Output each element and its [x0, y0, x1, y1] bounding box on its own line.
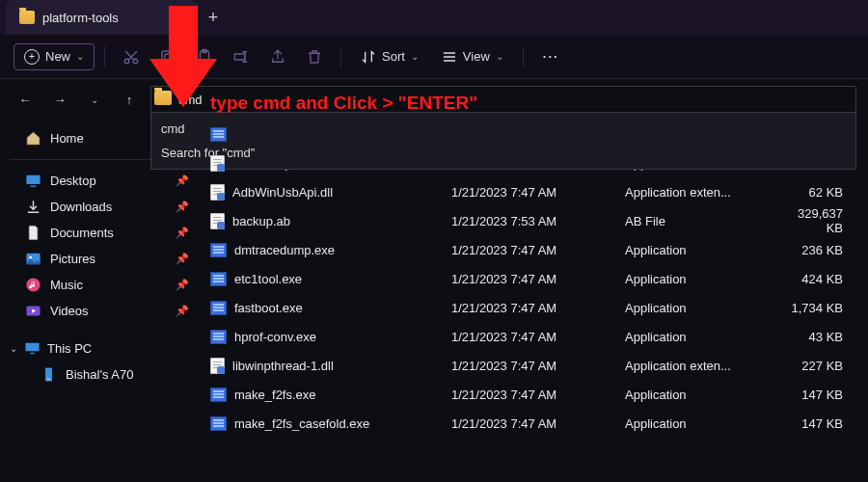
file-icon [210, 184, 225, 201]
sidebar-label: Downloads [50, 200, 112, 214]
file-name: libwinpthread-1.dll [232, 359, 334, 373]
view-label: View [463, 49, 490, 64]
sidebar-item-thispc[interactable]: ⌄ This PC [4, 335, 199, 362]
application-icon [210, 416, 227, 431]
sidebar-item-videos[interactable]: Videos 📌 [4, 298, 199, 324]
sort-label: Sort [382, 49, 405, 64]
rename-button[interactable] [225, 42, 258, 71]
folder-icon [19, 11, 35, 24]
file-icon [210, 155, 225, 172]
svg-rect-8 [31, 185, 37, 186]
sidebar-label: Bishal's A70 [66, 367, 133, 382]
file-size: 329,637 KB [779, 206, 856, 235]
share-button[interactable] [261, 42, 294, 71]
sidebar-label: Music [50, 278, 83, 292]
downloads-icon [25, 199, 41, 215]
file-date: 1/21/2023 7:47 AM [451, 243, 625, 257]
phone-icon [41, 366, 57, 383]
back-button[interactable]: ← [12, 86, 39, 113]
file-name: backup.ab [232, 214, 290, 228]
file-row[interactable]: etc1tool.exe1/21/2023 7:47 AMApplication… [203, 264, 868, 293]
folder-icon [154, 91, 172, 105]
sidebar-item-device[interactable]: Bishal's A70 [4, 362, 199, 388]
svg-rect-14 [30, 353, 34, 354]
pc-icon [24, 340, 41, 357]
close-tab-button[interactable]: × [176, 10, 185, 26]
up-button[interactable]: ↑ [116, 86, 143, 113]
plus-icon: + [24, 49, 40, 65]
file-row[interactable]: AdbWinUsbApi.dll1/21/2023 7:47 AMApplica… [203, 177, 868, 206]
file-list: adb.exe1/21/2023 7:47 AMApplication5,853… [203, 120, 868, 482]
application-icon [210, 127, 227, 142]
file-row[interactable]: backup.ab1/21/2023 7:53 AMAB File329,637… [203, 206, 868, 235]
file-name: make_f2fs_casefold.exe [234, 416, 369, 431]
svg-rect-6 [234, 54, 245, 60]
new-button[interactable]: + New ⌄ [14, 43, 95, 70]
separator [104, 46, 105, 67]
sidebar-item-desktop[interactable]: Desktop 📌 [4, 168, 199, 194]
cut-button[interactable] [115, 42, 148, 71]
application-icon [210, 301, 227, 315]
toolbar: + New ⌄ Sort ⌄ View ⌄ ··· [0, 35, 868, 79]
file-row[interactable]: make_f2fs_casefold.exe1/21/2023 7:47 AMA… [203, 409, 868, 438]
pin-icon: 📌 [176, 174, 189, 187]
sidebar-label: Documents [50, 226, 114, 240]
application-icon [210, 272, 227, 286]
sort-icon [361, 49, 376, 65]
file-size: 43 KB [779, 330, 856, 344]
address-suggestions: cmd Search for "cmd" [150, 113, 856, 170]
sort-button[interactable]: Sort ⌄ [351, 44, 428, 69]
titlebar: platform-tools × + [0, 0, 868, 35]
file-date: 1/21/2023 7:47 AM [451, 330, 625, 344]
file-name: dmtracedump.exe [234, 243, 335, 257]
main: Home Desktop 📌 Downloads 📌 Documents 📌 P… [0, 120, 868, 482]
svg-rect-7 [26, 175, 40, 184]
file-date: 1/21/2023 7:47 AM [451, 359, 625, 373]
application-icon [210, 388, 227, 402]
recent-button[interactable]: ⌄ [81, 86, 108, 113]
file-type: Application [625, 301, 779, 315]
file-type: Application [625, 243, 779, 257]
svg-rect-16 [47, 379, 50, 380]
file-row[interactable]: libwinpthread-1.dll1/21/2023 7:47 AMAppl… [203, 351, 868, 380]
separator [523, 46, 524, 67]
suggestion-cmd[interactable]: cmd [151, 117, 855, 141]
pictures-icon [25, 251, 41, 267]
chevron-down-icon: ⌄ [76, 51, 84, 62]
svg-rect-3 [162, 51, 171, 60]
file-name: fastboot.exe [234, 301, 303, 315]
sidebar-item-pictures[interactable]: Pictures 📌 [4, 246, 199, 272]
file-size: 62 KB [779, 185, 856, 200]
new-tab-button[interactable]: + [199, 8, 228, 28]
chevron-down-icon: ⌄ [10, 343, 17, 354]
file-type: AB File [625, 214, 779, 228]
pin-icon: 📌 [176, 305, 189, 317]
pin-icon: 📌 [176, 253, 189, 265]
sidebar-item-downloads[interactable]: Downloads 📌 [4, 194, 199, 220]
tab-platform-tools[interactable]: platform-tools × [6, 0, 199, 35]
documents-icon [25, 225, 41, 241]
file-row[interactable]: make_f2fs.exe1/21/2023 7:47 AMApplicatio… [203, 380, 868, 409]
copy-button[interactable] [151, 42, 184, 71]
delete-button[interactable] [298, 42, 331, 71]
forward-button[interactable]: → [46, 86, 73, 113]
paste-button[interactable] [188, 42, 221, 71]
file-type: Application exten... [625, 185, 779, 200]
application-icon [210, 243, 227, 257]
address-input[interactable] [150, 86, 856, 113]
file-date: 1/21/2023 7:47 AM [451, 416, 625, 431]
sidebar-item-documents[interactable]: Documents 📌 [4, 220, 199, 246]
sidebar-item-music[interactable]: Music 📌 [4, 272, 199, 298]
view-button[interactable]: View ⌄ [432, 44, 513, 69]
file-row[interactable]: dmtracedump.exe1/21/2023 7:47 AMApplicat… [203, 235, 868, 264]
svg-point-0 [124, 59, 129, 64]
file-date: 1/21/2023 7:47 AM [451, 388, 625, 402]
file-type: Application [625, 416, 779, 431]
more-button[interactable]: ··· [533, 44, 569, 68]
file-icon [210, 358, 225, 374]
svg-point-1 [133, 59, 138, 64]
file-row[interactable]: fastboot.exe1/21/2023 7:47 AMApplication… [203, 293, 868, 322]
file-row[interactable]: hprof-conv.exe1/21/2023 7:47 AMApplicati… [203, 322, 868, 351]
desktop-icon [25, 173, 41, 189]
suggestion-search[interactable]: Search for "cmd" [151, 141, 855, 165]
